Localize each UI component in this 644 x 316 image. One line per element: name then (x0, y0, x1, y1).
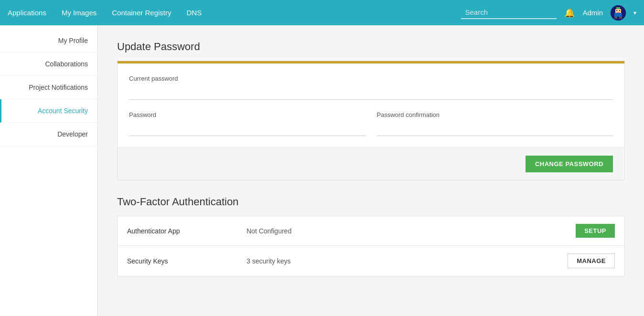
sidebar: My Profile Collaborations Project Notifi… (0, 25, 98, 316)
bell-icon[interactable]: 🔔 (564, 8, 575, 18)
layout: My Profile Collaborations Project Notifi… (0, 25, 644, 316)
nav-link-container-registry[interactable]: Container Registry (112, 9, 171, 17)
password-confirmation-input[interactable] (377, 122, 613, 136)
card-body: Current password Password Password confi… (118, 63, 624, 147)
password-fields-row: Password Password confirmation (129, 111, 613, 136)
svg-rect-3 (614, 13, 622, 17)
current-password-input[interactable] (129, 86, 613, 100)
update-password-title: Update Password (117, 41, 625, 53)
topnav-right: 🔔 Admin ▾ (461, 5, 636, 21)
topnav-left: Applications My Images Container Registr… (8, 9, 202, 17)
nav-link-applications[interactable]: Applications (8, 9, 46, 17)
svg-rect-1 (616, 7, 620, 9)
tfa-row-security-keys: Security Keys 3 security keys MANAGE (118, 246, 624, 276)
password-field: Password (129, 111, 365, 136)
manage-button[interactable]: MANAGE (568, 253, 615, 268)
two-factor-card: Authenticator App Not Configured SETUP S… (117, 216, 625, 276)
sidebar-item-my-profile[interactable]: My Profile (0, 29, 97, 53)
nav-link-my-images[interactable]: My Images (62, 9, 97, 17)
password-label: Password (129, 111, 365, 118)
security-keys-label: Security Keys (127, 257, 247, 265)
svg-rect-4 (614, 17, 617, 19)
update-password-card: Current password Password Password confi… (117, 61, 625, 180)
change-password-button[interactable]: CHANGE PASSWORD (526, 156, 613, 172)
two-factor-title: Two-Factor Authentication (117, 196, 625, 208)
svg-rect-5 (619, 17, 622, 19)
admin-label: Admin (582, 9, 603, 17)
dropdown-arrow-icon[interactable]: ▾ (633, 10, 636, 16)
tfa-row-authenticator: Authenticator App Not Configured SETUP (118, 216, 624, 246)
authenticator-app-label: Authenticator App (127, 227, 247, 235)
current-password-label: Current password (129, 75, 613, 82)
setup-button[interactable]: SETUP (576, 224, 615, 238)
sidebar-item-collaborations[interactable]: Collaborations (0, 53, 97, 76)
password-confirmation-field: Password confirmation (377, 111, 613, 136)
password-input[interactable] (129, 122, 365, 136)
authenticator-app-status: Not Configured (247, 227, 576, 235)
sidebar-item-project-notifications[interactable]: Project Notifications (0, 76, 97, 99)
search-input[interactable] (461, 6, 557, 19)
card-footer: CHANGE PASSWORD (118, 147, 624, 180)
svg-rect-6 (616, 10, 617, 11)
svg-rect-7 (619, 10, 620, 11)
current-password-field: Current password (129, 75, 613, 100)
nav-link-dns[interactable]: DNS (186, 9, 202, 17)
sidebar-item-account-security[interactable]: Account Security (0, 99, 97, 123)
password-confirmation-label: Password confirmation (377, 111, 613, 118)
topnav: Applications My Images Container Registr… (0, 0, 644, 25)
sidebar-item-developer[interactable]: Developer (0, 123, 97, 146)
main-content: Update Password Current password Passwor… (98, 25, 644, 316)
svg-rect-8 (617, 12, 620, 13)
security-keys-status: 3 security keys (247, 257, 568, 265)
avatar[interactable] (611, 5, 626, 21)
